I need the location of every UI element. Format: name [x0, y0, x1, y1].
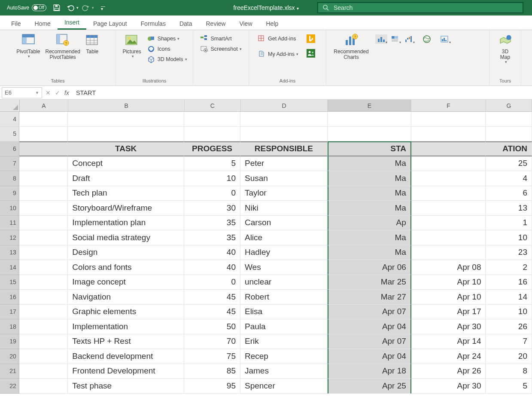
cell-progress[interactable]: 10: [184, 171, 240, 186]
cell[interactable]: [19, 230, 68, 245]
cell-start[interactable]: Apr 18: [328, 364, 411, 379]
search-input[interactable]: Search: [317, 2, 523, 13]
cell[interactable]: [19, 141, 68, 156]
cell-task[interactable]: Design: [68, 245, 184, 260]
cancel-icon[interactable]: ✕: [46, 89, 51, 96]
cell-responsible[interactable]: Elisa: [240, 305, 328, 320]
cell[interactable]: [184, 112, 240, 127]
formula-input[interactable]: START: [76, 89, 96, 96]
column-chart-button[interactable]: ▾: [375, 34, 387, 44]
waterfall-chart-button[interactable]: ▾: [403, 34, 415, 44]
cell-end[interactable]: [411, 216, 486, 231]
cell-task[interactable]: Navigation: [68, 290, 184, 305]
cell-end[interactable]: Apr 10: [411, 290, 486, 305]
column-header-B[interactable]: B: [68, 100, 185, 111]
cell[interactable]: [19, 349, 68, 364]
smartart-button[interactable]: SmartArt: [198, 34, 243, 44]
cell-start[interactable]: Apr 06: [328, 260, 411, 275]
cell-responsible[interactable]: unclear: [240, 275, 328, 290]
cell[interactable]: [19, 245, 68, 260]
cell-duration[interactable]: 5: [486, 379, 532, 394]
cell[interactable]: [19, 319, 68, 334]
cell-end[interactable]: [411, 201, 486, 216]
cell-duration[interactable]: 14: [486, 290, 532, 305]
row-header[interactable]: 20: [0, 349, 19, 364]
my-addins-button[interactable]: My Add-ins▾: [256, 49, 300, 59]
cell[interactable]: [19, 127, 68, 142]
cell[interactable]: [184, 127, 240, 142]
cell-responsible[interactable]: Erik: [240, 334, 328, 349]
row-header[interactable]: 15: [0, 275, 19, 290]
cell-task[interactable]: Implementation plan: [68, 216, 184, 231]
cell[interactable]: [19, 275, 68, 290]
row-header[interactable]: 5: [0, 127, 19, 142]
cell-start[interactable]: Ap: [328, 216, 411, 231]
3d-map-button[interactable]: 3D Map▾: [496, 32, 515, 66]
cell-start[interactable]: Ma: [328, 245, 411, 260]
cell-end[interactable]: Apr 10: [411, 275, 486, 290]
row-header[interactable]: 11: [0, 216, 19, 231]
cell-task[interactable]: Frontend Development: [68, 364, 184, 379]
tab-data[interactable]: Data: [173, 17, 199, 30]
cell-duration[interactable]: 10: [486, 305, 532, 320]
cell-end[interactable]: Apr 30: [411, 379, 486, 394]
tab-page-layout[interactable]: Page Layout: [86, 17, 134, 30]
cell-progress[interactable]: 45: [184, 290, 240, 305]
cell-task[interactable]: Texts HP + Rest: [68, 334, 184, 349]
cell[interactable]: [328, 112, 411, 127]
column-header-F[interactable]: F: [411, 100, 486, 111]
tab-file[interactable]: File: [4, 17, 28, 30]
cell-start[interactable]: Apr 04: [328, 319, 411, 334]
select-all-corner[interactable]: [0, 100, 20, 112]
cell-progress[interactable]: 35: [184, 230, 240, 245]
cell-start[interactable]: Apr 07: [328, 305, 411, 320]
recommended-charts-button[interactable]: ? Recommended Charts: [330, 32, 373, 62]
cell-task[interactable]: Test phase: [68, 379, 184, 394]
cell-progress[interactable]: 75: [184, 349, 240, 364]
hierarchy-chart-button[interactable]: ▾: [389, 34, 401, 44]
row-header[interactable]: 10: [0, 201, 19, 216]
row-header[interactable]: 16: [0, 290, 19, 305]
cell-task[interactable]: Image concept: [68, 275, 184, 290]
icons-button[interactable]: Icons: [146, 44, 189, 54]
cell-start[interactable]: Ma: [328, 156, 411, 171]
cell[interactable]: [19, 216, 68, 231]
cell-end[interactable]: Apr 14: [411, 334, 486, 349]
cell[interactable]: [68, 127, 184, 142]
cell-task[interactable]: Implementation: [68, 319, 184, 334]
cell-progress[interactable]: 50: [184, 319, 240, 334]
header-duration[interactable]: ATION: [486, 141, 532, 156]
cell-progress[interactable]: 30: [184, 201, 240, 216]
cell-end[interactable]: [411, 186, 486, 201]
cell[interactable]: [19, 112, 68, 127]
recommended-pivottables-button[interactable]: ? Recommended PivotTables: [43, 32, 83, 62]
cell-responsible[interactable]: Paula: [240, 319, 328, 334]
cell-end[interactable]: [411, 171, 486, 186]
cell-duration[interactable]: 7: [486, 334, 532, 349]
qat-more-icon[interactable]: —▾: [98, 3, 108, 13]
cell-responsible[interactable]: Spencer: [240, 379, 328, 394]
tab-help[interactable]: Help: [259, 17, 286, 30]
bing-addin-button[interactable]: [305, 34, 319, 44]
cell-progress[interactable]: 5: [184, 156, 240, 171]
cell-responsible[interactable]: Hadley: [240, 245, 328, 260]
cell-progress[interactable]: 0: [184, 186, 240, 201]
cell-duration[interactable]: 2: [486, 260, 532, 275]
cell[interactable]: [240, 127, 328, 142]
undo-icon[interactable]: ▾: [67, 3, 77, 13]
tab-review[interactable]: Review: [199, 17, 233, 30]
cell-duration[interactable]: 23: [486, 245, 532, 260]
header-progress[interactable]: PROGESS: [184, 141, 240, 156]
cell[interactable]: [19, 290, 68, 305]
cell-duration[interactable]: 13: [486, 201, 532, 216]
3d-models-button[interactable]: 3D Models▾: [146, 54, 189, 64]
cell-start[interactable]: Apr 07: [328, 334, 411, 349]
tab-view[interactable]: View: [232, 17, 259, 30]
row-header[interactable]: 12: [0, 230, 19, 245]
redo-icon[interactable]: ▾: [82, 3, 93, 13]
cell-task[interactable]: Backend development: [68, 349, 184, 364]
row-header[interactable]: 4: [0, 112, 19, 127]
header-task[interactable]: TASK: [68, 141, 184, 156]
cell-task[interactable]: Tech plan: [68, 186, 184, 201]
cell-end[interactable]: Apr 24: [411, 349, 486, 364]
